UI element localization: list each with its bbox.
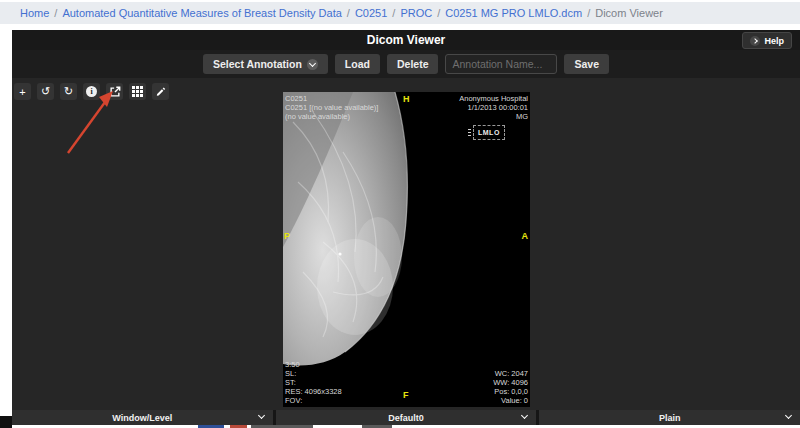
add-icon[interactable]: + bbox=[14, 83, 31, 100]
projection-marker-label: LMLO bbox=[473, 125, 505, 140]
undo-icon[interactable]: ↺ bbox=[37, 83, 54, 100]
chevron-down-icon bbox=[258, 412, 265, 419]
mode-label: Plain bbox=[659, 413, 681, 423]
preset-dropdown[interactable]: Default0 bbox=[276, 410, 537, 425]
info-icon[interactable]: i bbox=[83, 83, 100, 100]
info-circle: i bbox=[86, 86, 97, 97]
annotation-name-input[interactable] bbox=[445, 54, 557, 74]
overlay-window-info: WC: 2047 WW: 4096 Pos: 0,0,0 Value: 0 bbox=[493, 369, 528, 405]
breadcrumb-file[interactable]: C0251 MG PRO LMLO.dcm bbox=[445, 7, 582, 19]
delete-button[interactable]: Delete bbox=[387, 54, 439, 74]
viewer-tool-row: + ↺ ↻ i bbox=[14, 83, 169, 100]
overlay-study-info: Anonymous Hospital 1/1/2013 00:00:01 MG bbox=[459, 94, 528, 121]
marker-ticks bbox=[468, 129, 471, 136]
export-icon[interactable] bbox=[106, 83, 123, 100]
save-button[interactable]: Save bbox=[564, 54, 609, 74]
orientation-marker-top: H bbox=[403, 94, 410, 104]
breadcrumb: Home / Automated Quantitative Measures o… bbox=[0, 2, 800, 24]
overlay-slice-info: 3:50 SL: ST: RES: 4096x3328 FOV: bbox=[285, 360, 342, 405]
breadcrumb-separator: / bbox=[587, 7, 590, 19]
mode-dropdown[interactable]: Plain bbox=[539, 410, 800, 425]
breadcrumb-separator: / bbox=[54, 7, 57, 19]
breadcrumb-home[interactable]: Home bbox=[20, 7, 49, 19]
breadcrumb-separator: / bbox=[347, 7, 350, 19]
cutoff-dark-block bbox=[0, 416, 12, 428]
load-button[interactable]: Load bbox=[335, 54, 380, 74]
help-label: Help bbox=[764, 36, 784, 46]
orientation-marker-bottom: F bbox=[403, 390, 409, 400]
page-title: Dicom Viewer bbox=[12, 33, 800, 47]
breadcrumb-dataset[interactable]: Automated Quantitative Measures of Breas… bbox=[62, 7, 341, 19]
bottom-dropdown-bars: Window/Level Default0 Plain bbox=[12, 410, 800, 425]
breadcrumb-separator: / bbox=[392, 7, 395, 19]
select-annotation-label: Select Annotation bbox=[213, 58, 302, 70]
orientation-marker-left: P bbox=[284, 231, 290, 241]
chevron-down-icon bbox=[785, 412, 792, 419]
help-button[interactable]: Help bbox=[742, 32, 792, 49]
overlay-patient-info: C0251 C0251 [(no value available)] (no v… bbox=[285, 94, 378, 121]
window-level-label: Window/Level bbox=[112, 413, 172, 423]
breadcrumb-patient[interactable]: C0251 bbox=[355, 7, 387, 19]
breadcrumb-proc[interactable]: PROC bbox=[400, 7, 432, 19]
window-level-dropdown[interactable]: Window/Level bbox=[12, 410, 273, 425]
chevron-right-icon bbox=[750, 36, 760, 46]
redo-icon[interactable]: ↻ bbox=[60, 83, 77, 100]
breadcrumb-current: Dicom Viewer bbox=[595, 7, 663, 19]
orientation-marker-right: A bbox=[522, 231, 529, 241]
page: Home / Automated Quantitative Measures o… bbox=[0, 0, 800, 428]
preset-label: Default0 bbox=[388, 413, 424, 423]
select-annotation-dropdown[interactable]: Select Annotation bbox=[203, 54, 328, 74]
projection-marker: LMLO bbox=[468, 125, 505, 140]
breadcrumb-separator: / bbox=[437, 7, 440, 19]
chevron-down-icon bbox=[307, 59, 318, 70]
grid-icon[interactable] bbox=[129, 83, 146, 100]
dicom-image-canvas[interactable]: C0251 C0251 [(no value available)] (no v… bbox=[283, 92, 530, 407]
chevron-down-icon bbox=[521, 412, 528, 419]
draw-pencil-icon[interactable] bbox=[152, 83, 169, 100]
viewer-header: Dicom Viewer Help bbox=[12, 30, 800, 50]
annotation-toolbar: Select Annotation Load Delete Save bbox=[12, 50, 800, 78]
